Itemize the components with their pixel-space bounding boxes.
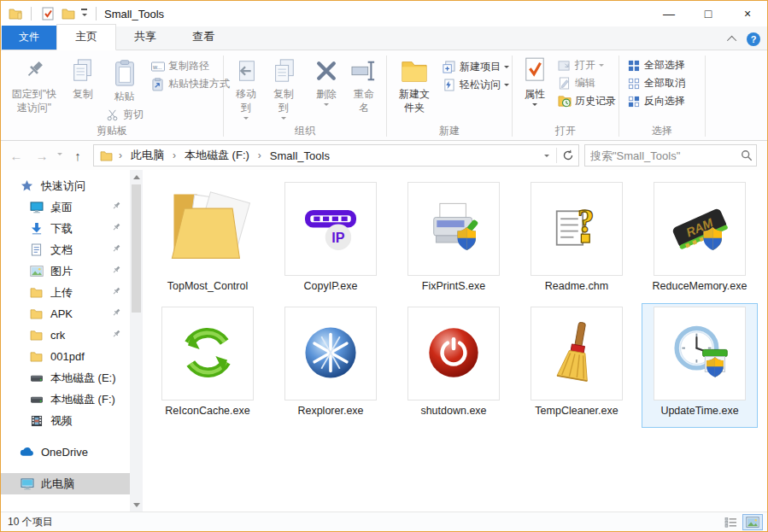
tab-share[interactable]: 共享 (116, 25, 174, 50)
file-item-reiconcache[interactable]: ReIconCache.exe (149, 303, 266, 428)
file-item-shutdown[interactable]: shutdown.exe (396, 303, 512, 428)
select-none-button[interactable]: 全部取消 (623, 74, 689, 92)
sidebar-item-usb-d[interactable]: USB (D:) (1, 505, 130, 512)
star-icon (20, 178, 34, 193)
file-item-copyip[interactable]: IP CopyIP.exe (273, 178, 389, 303)
file-item-topmost-control[interactable]: TopMost_Control (149, 178, 266, 303)
app-folder-icon (8, 7, 22, 21)
file-item-readme[interactable]: ? Readme.chm (519, 178, 635, 303)
back-button[interactable]: ← (6, 149, 26, 163)
copy-to-button[interactable]: 复制到 (265, 54, 302, 125)
easy-access-icon (442, 78, 456, 92)
document-icon (29, 243, 44, 257)
select-all-button[interactable]: 全部选择 (623, 56, 689, 74)
sidebar-item-001pdf[interactable]: 001pdf (1, 346, 130, 367)
sidebar-item-shangchuan[interactable]: 上传 (1, 282, 130, 303)
breadcrumb-drive-f[interactable]: 本地磁盘 (F:) (181, 148, 253, 163)
open-button[interactable]: 打开 (554, 56, 619, 74)
search-box[interactable] (584, 144, 757, 167)
sidebar-item-drive-f[interactable]: 本地磁盘 (F:) (1, 389, 130, 410)
copy-button[interactable]: 复制 (64, 54, 102, 103)
section-label-select: 选择 (619, 124, 705, 138)
collapse-ribbon-icon[interactable] (727, 36, 736, 45)
sidebar-item-onedrive[interactable]: OneDrive (1, 441, 130, 463)
copy-icon (68, 56, 97, 85)
pin-to-quick-access-button[interactable]: 固定到"快速访问" (4, 54, 64, 117)
copy-path-button[interactable]: w... 复制路径 (147, 57, 233, 75)
maximize-button[interactable]: □ (689, 1, 728, 26)
sidebar-item-videos[interactable]: 视频 (1, 410, 130, 431)
forward-button[interactable]: → (32, 149, 52, 163)
address-bar[interactable]: › 此电脑 › 本地磁盘 (F:) › Small_Tools (93, 144, 579, 167)
search-icon[interactable] (741, 149, 753, 163)
file-item-reducememory[interactable]: RAM ReduceMemory.exe (642, 178, 758, 303)
sidebar-item-desktop[interactable]: 桌面 (1, 196, 130, 218)
new-folder-button[interactable]: 新建文件夹 (390, 54, 438, 117)
sidebar-item-downloads[interactable]: 下载 (1, 218, 130, 239)
section-label-open: 打开 (513, 124, 619, 138)
breadcrumb-current-folder[interactable]: Small_Tools (267, 149, 333, 162)
delete-button[interactable]: 删除 (308, 54, 345, 111)
scrollbar-thumb[interactable] (132, 184, 141, 313)
rename-button[interactable]: 重命名 (345, 54, 383, 117)
sidebar-item-this-pc[interactable]: 此电脑 (1, 473, 130, 494)
sidebar-item-label: 图片 (50, 264, 73, 279)
rename-icon (349, 56, 378, 85)
pin-icon (112, 307, 121, 320)
paste-shortcut-button[interactable]: 粘贴快捷方式 (147, 75, 233, 93)
sidebar-scrollbar[interactable] (130, 170, 143, 512)
sidebar-item-documents[interactable]: 文档 (1, 239, 130, 260)
file-item-fixprints[interactable]: FixPrintS.exe (396, 178, 512, 303)
qat-properties-icon[interactable] (40, 7, 55, 21)
new-item-button[interactable]: 新建项目 (438, 58, 513, 76)
file-name: FixPrintS.exe (422, 280, 485, 292)
tab-file[interactable]: 文件 (2, 26, 56, 50)
file-item-updatetime[interactable]: UpdateTime.exe (642, 303, 758, 428)
easy-access-button[interactable]: 轻松访问 (438, 76, 513, 94)
pin-icon (112, 222, 121, 235)
scroll-down-icon[interactable] (130, 499, 143, 512)
move-to-button[interactable]: 移动到 (227, 54, 265, 125)
dropdown-caret-icon (599, 64, 604, 69)
up-button[interactable]: ↑ (67, 149, 88, 163)
sidebar-item-label: 本地磁盘 (F:) (50, 392, 115, 407)
recent-locations-chevron-icon[interactable] (57, 153, 62, 158)
breadcrumb-separator: › (256, 149, 263, 161)
paste-button[interactable]: 粘贴 (102, 56, 147, 106)
tab-home[interactable]: 主页 (56, 24, 116, 50)
breadcrumb-this-pc[interactable]: 此电脑 (127, 148, 167, 163)
history-button[interactable]: 历史记录 (554, 92, 619, 110)
properties-button[interactable]: 属性 (516, 54, 554, 111)
file-item-tempcleaner[interactable]: TempCleaner.exe (519, 303, 635, 428)
cut-button[interactable]: 剪切 (102, 106, 147, 124)
sidebar-item-pictures[interactable]: 图片 (1, 260, 130, 282)
sidebar-item-apk[interactable]: APK (1, 303, 130, 324)
sidebar-item-label: APK (50, 307, 73, 320)
thumbnail-view-button[interactable] (742, 514, 763, 530)
qat-customize-chevron-icon[interactable] (81, 9, 87, 19)
tab-view[interactable]: 查看 (174, 25, 232, 50)
sidebar-item-crk[interactable]: crk (1, 324, 130, 346)
file-name: Rexplorer.exe (297, 405, 363, 417)
file-name: TempCleaner.exe (535, 405, 618, 417)
refresh-icon[interactable] (560, 149, 575, 163)
help-icon[interactable]: ? (747, 32, 760, 46)
search-input[interactable] (590, 149, 741, 162)
sidebar-item-quick-access[interactable]: 快速访问 (1, 175, 130, 196)
scroll-up-icon[interactable] (130, 170, 143, 183)
minimize-button[interactable]: — (649, 1, 689, 26)
pin-icon (20, 56, 49, 85)
qat-newfolder-icon[interactable] (61, 7, 75, 21)
edit-button[interactable]: 编辑 (554, 74, 619, 92)
sidebar-item-drive-e[interactable]: 本地磁盘 (E:) (1, 367, 130, 389)
breadcrumb-separator: › (171, 149, 178, 161)
explorer-window: Small_Tools — □ × 文件 主页 共享 查看 ? 固定到"快速访问… (0, 0, 768, 532)
ribbon-tabstrip: 文件 主页 共享 查看 ? (1, 26, 767, 50)
close-button[interactable]: × (728, 1, 767, 26)
invert-selection-button[interactable]: 反向选择 (623, 92, 689, 110)
item-count: 10 个项目 (8, 515, 53, 529)
details-view-button[interactable] (720, 514, 741, 530)
address-dropdown-icon[interactable] (544, 155, 549, 160)
file-name: Readme.chm (545, 280, 608, 292)
file-item-rexplorer[interactable]: Rexplorer.exe (273, 303, 389, 428)
